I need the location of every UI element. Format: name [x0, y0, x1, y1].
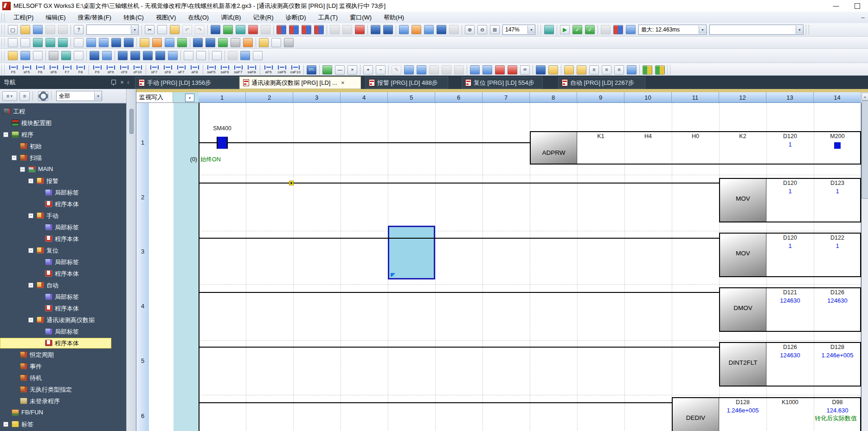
tree-item[interactable]: 待机: [0, 372, 126, 384]
ladder-canvas[interactable]: 始终ONSM400ADPRWK1H4H0K2D1201M200MOVD1201D…: [136, 103, 861, 431]
online-data-icon[interactable]: [218, 38, 228, 47]
convert-icon[interactable]: [193, 38, 203, 47]
zoom-in-icon[interactable]: ⊕: [465, 25, 475, 34]
dev-batch-icon[interactable]: [371, 25, 380, 34]
combo-quick_combo[interactable]: ▼: [86, 25, 139, 35]
tree-item[interactable]: 工程: [0, 106, 126, 117]
menu-item[interactable]: 窗口(W): [344, 12, 378, 23]
run-ok2-icon[interactable]: ✓: [585, 25, 595, 34]
expand-collapse-icon[interactable]: −: [3, 422, 8, 427]
toolbar-grip[interactable]: [538, 25, 541, 34]
ladder-monitor-icon[interactable]: [544, 25, 554, 34]
bookmark-red-icon[interactable]: [495, 65, 505, 75]
ladder-symbol-button-caF10[interactable]: caF10: [289, 64, 302, 76]
scrollbar-thumb[interactable]: [862, 101, 868, 199]
tree-item[interactable]: −报警: [0, 175, 126, 187]
ladder-symbol-button-aF8[interactable]: aF8: [188, 64, 201, 76]
ladder-symbol-button-caF5[interactable]: caF5: [276, 64, 288, 76]
expand-collapse-icon[interactable]: −: [28, 248, 33, 253]
menu-item[interactable]: 调试(B): [215, 12, 247, 23]
stl-mode-icon[interactable]: STL: [307, 65, 316, 75]
clock-set-icon[interactable]: [271, 38, 281, 47]
bookmark-set-icon[interactable]: [508, 65, 517, 75]
tree-item[interactable]: 事件: [0, 361, 126, 372]
tree-item[interactable]: −MAIN: [0, 164, 126, 175]
program-check-icon[interactable]: [177, 38, 187, 47]
menu-item[interactable]: 编辑(E): [39, 12, 71, 23]
list-view2-icon[interactable]: ≡: [602, 65, 611, 75]
zoom-fit-icon[interactable]: ⊞: [490, 25, 500, 34]
zoom-out-icon[interactable]: ⊖: [477, 25, 487, 34]
menubar-grip[interactable]: [1, 13, 5, 21]
ladder-block-icon[interactable]: [165, 38, 174, 47]
pair-stop-icon[interactable]: [655, 65, 665, 75]
navigation-window-icon[interactable]: [8, 51, 18, 60]
tree-item[interactable]: 无执行类型指定: [0, 384, 126, 395]
statement-display-icon[interactable]: [45, 38, 55, 47]
ladder-symbol-button-saF8[interactable]: saF8: [245, 64, 258, 76]
history-icon[interactable]: [33, 51, 43, 60]
clipboard-icon[interactable]: [212, 51, 222, 60]
dropdown-arrow-icon[interactable]: ▼: [94, 92, 102, 100]
cut-icon[interactable]: ✂: [145, 25, 154, 34]
ladder-symbol-button-aF5[interactable]: aF5: [262, 64, 275, 76]
tree-item[interactable]: 初始: [0, 140, 126, 152]
toolbar-grip[interactable]: [1, 25, 5, 34]
menu-item[interactable]: 视图(V): [150, 12, 182, 23]
verify-icon[interactable]: [399, 25, 409, 34]
toolbar-grip[interactable]: [1, 65, 5, 74]
help-icon[interactable]: ?: [74, 25, 84, 34]
device-find2-icon[interactable]: [143, 51, 153, 60]
dropdown-arrow-icon[interactable]: ▼: [796, 25, 803, 34]
ladder-symbol-button-aF7[interactable]: aF7: [175, 64, 187, 76]
memory-card-icon[interactable]: [259, 38, 269, 47]
device-monitor-icon[interactable]: [118, 51, 128, 60]
close-navigation-button[interactable]: ×: [118, 79, 126, 86]
rung-delete-icon[interactable]: −: [376, 65, 386, 75]
ladder-symbol-button-F9[interactable]: F9: [91, 64, 103, 76]
tree-filter-select[interactable]: 全部 ▼: [56, 91, 102, 101]
dialog-grid-icon[interactable]: [74, 51, 84, 60]
combo-select_combo[interactable]: ▼: [709, 25, 804, 35]
line-statement-list-icon[interactable]: [61, 51, 71, 60]
menu-item[interactable]: 转换(C): [117, 12, 150, 23]
tab-5[interactable]: 自动 [PRG] [LD] 2267步: [558, 77, 645, 89]
save-icon[interactable]: [33, 25, 43, 34]
tree-item[interactable]: 局部标签: [0, 256, 126, 268]
clock-find-icon[interactable]: [196, 51, 206, 60]
screen-copy-icon[interactable]: [424, 25, 434, 34]
toolbar-grip[interactable]: [1, 51, 5, 61]
ladder-symbol-button-cF9[interactable]: cF9: [118, 64, 130, 76]
ladder-symbol-button-saF6[interactable]: saF6: [219, 64, 231, 76]
window-cascade-icon[interactable]: [8, 38, 18, 47]
combo-zoom_combo[interactable]: 147%▼: [502, 25, 535, 35]
watch-window2-icon[interactable]: [124, 38, 134, 47]
panel-splitter[interactable]: [126, 89, 137, 431]
expand-collapse-icon[interactable]: −: [20, 167, 25, 172]
ladder-symbol-button-sF9[interactable]: sF9: [104, 64, 117, 76]
monitor-mode-icon[interactable]: [223, 25, 233, 34]
clock-gauge-icon[interactable]: [184, 51, 193, 60]
ladder-symbol-button-F8[interactable]: F8: [74, 64, 87, 76]
offline-icon[interactable]: [231, 38, 240, 47]
module-a-icon[interactable]: [276, 25, 286, 34]
tree-item[interactable]: 局部标签: [0, 291, 126, 303]
tree-item[interactable]: FB/FUN: [0, 407, 126, 418]
menu-item[interactable]: 工程(P): [7, 12, 39, 23]
device-list-icon[interactable]: [99, 38, 109, 47]
toolbar-grip[interactable]: [667, 65, 670, 74]
dev-batch2-icon[interactable]: [383, 25, 393, 34]
tree-item[interactable]: −通讯读测高仪数据: [0, 314, 126, 326]
tree-item[interactable]: 程序本体: [0, 233, 126, 245]
expand-collapse-icon[interactable]: −: [28, 213, 33, 218]
ladder-symbol-button-saF5[interactable]: saF5: [205, 64, 218, 76]
ladder-symbol-button-F7[interactable]: F7: [61, 64, 73, 76]
toolbar-grip[interactable]: [806, 25, 809, 34]
rung-insert-icon[interactable]: +: [363, 65, 373, 75]
expand-collapse-icon[interactable]: −: [28, 283, 33, 288]
watch-window-icon[interactable]: [111, 38, 121, 47]
screen-blue-icon[interactable]: [437, 25, 446, 34]
mdi-minimize-button[interactable]: ‒: [859, 14, 867, 21]
copy-icon[interactable]: [157, 25, 167, 34]
tree-item[interactable]: 局部标签: [0, 222, 126, 233]
